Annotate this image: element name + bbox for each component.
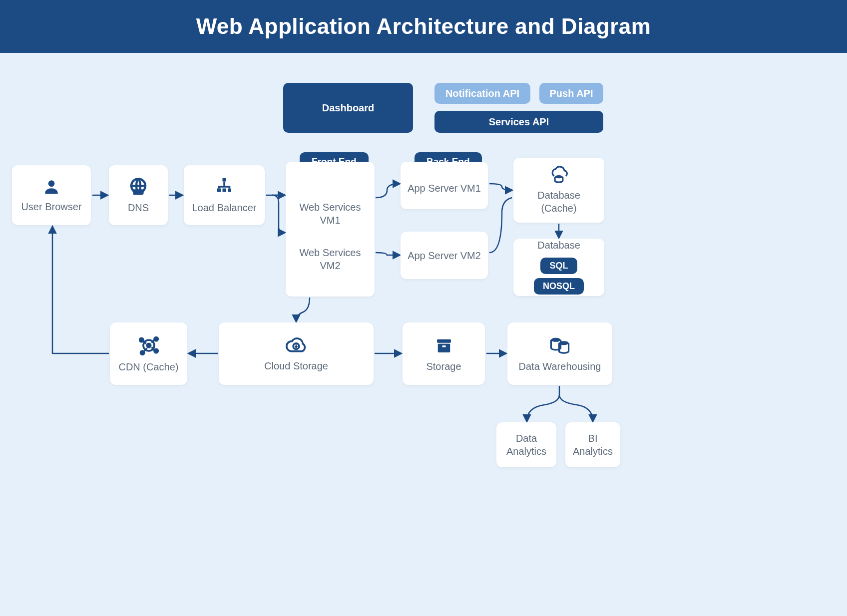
node-dns: DNS DNS <box>109 165 168 225</box>
chip-sql: SQL <box>540 258 577 274</box>
node-cdn-cache: CDN (Cache) <box>110 322 187 385</box>
node-notification-api: Notification API <box>434 83 530 104</box>
node-front-end: Web Services VM1 Web Services VM2 <box>286 162 375 297</box>
push-api-label: Push API <box>549 88 593 99</box>
app-server-vm1-label: App Server VM1 <box>408 182 481 195</box>
svg-point-19 <box>551 337 560 341</box>
database-cache-label: Database (Cache) <box>518 189 599 215</box>
dns-label: DNS <box>128 201 149 214</box>
cdn-cache-label: CDN (Cache) <box>118 360 178 373</box>
node-services-api: Services API <box>434 111 603 133</box>
svg-point-0 <box>48 180 55 187</box>
storage-box-icon <box>433 335 454 356</box>
data-warehousing-label: Data Warehousing <box>519 360 601 373</box>
svg-rect-7 <box>228 189 231 192</box>
user-browser-label: User Browser <box>21 200 81 213</box>
dns-globe-icon: DNS <box>128 176 149 197</box>
services-api-label: Services API <box>489 116 549 128</box>
svg-point-10 <box>147 343 150 347</box>
node-app-server-vm2: App Server VM2 <box>401 232 488 279</box>
svg-point-11 <box>139 338 143 341</box>
cloud-storage-label: Cloud Storage <box>264 359 328 372</box>
diagram-canvas: Dashboard Notification API Push API Serv… <box>0 53 847 614</box>
cdn-node-icon <box>138 334 160 356</box>
svg-point-13 <box>140 351 144 354</box>
page-title: Web Application Architecture and Diagram <box>0 0 847 53</box>
node-bi-analytics: BI Analytics <box>565 422 620 467</box>
load-balancer-icon <box>214 176 235 197</box>
cloud-database-icon <box>548 166 570 185</box>
storage-label: Storage <box>426 360 461 373</box>
user-icon <box>42 177 61 196</box>
node-load-balancer: Load Balancer <box>184 165 265 225</box>
database-chips: SQL NOSQL <box>518 256 599 297</box>
svg-point-8 <box>555 175 563 178</box>
cloud-download-icon <box>284 335 309 355</box>
web-services-vm1-label: Web Services VM1 <box>291 201 370 227</box>
dashboard-label: Dashboard <box>322 102 374 114</box>
svg-rect-6 <box>223 189 226 192</box>
bi-analytics-label: BI Analytics <box>570 432 615 458</box>
web-services-vm2-label: Web Services VM2 <box>291 246 370 272</box>
node-user-browser: User Browser <box>12 165 91 225</box>
chip-nosql: NOSQL <box>534 278 584 295</box>
database-label: Database <box>537 239 580 252</box>
node-push-api: Push API <box>539 83 603 104</box>
svg-rect-4 <box>223 178 226 182</box>
data-analytics-label: Data Analytics <box>501 432 551 458</box>
node-cloud-storage: Cloud Storage <box>219 322 374 385</box>
node-data-warehousing: Data Warehousing <box>507 322 612 385</box>
notification-api-label: Notification API <box>445 88 519 99</box>
svg-text:DNS: DNS <box>134 190 143 195</box>
svg-rect-16 <box>437 339 451 342</box>
svg-rect-18 <box>442 345 445 347</box>
svg-rect-5 <box>217 189 221 192</box>
svg-rect-17 <box>437 343 450 352</box>
node-database-cache: Database (Cache) <box>513 158 604 223</box>
svg-point-14 <box>154 349 158 352</box>
node-dashboard: Dashboard <box>283 83 413 133</box>
node-storage: Storage <box>403 322 485 385</box>
svg-point-20 <box>559 341 568 345</box>
load-balancer-label: Load Balancer <box>192 201 257 214</box>
data-warehouse-icon <box>548 335 572 356</box>
app-server-vm2-label: App Server VM2 <box>408 249 481 262</box>
node-data-analytics: Data Analytics <box>496 422 556 467</box>
svg-point-12 <box>154 337 158 340</box>
node-app-server-vm1: App Server VM1 <box>401 162 488 209</box>
node-database: Database SQL NOSQL <box>513 239 604 296</box>
